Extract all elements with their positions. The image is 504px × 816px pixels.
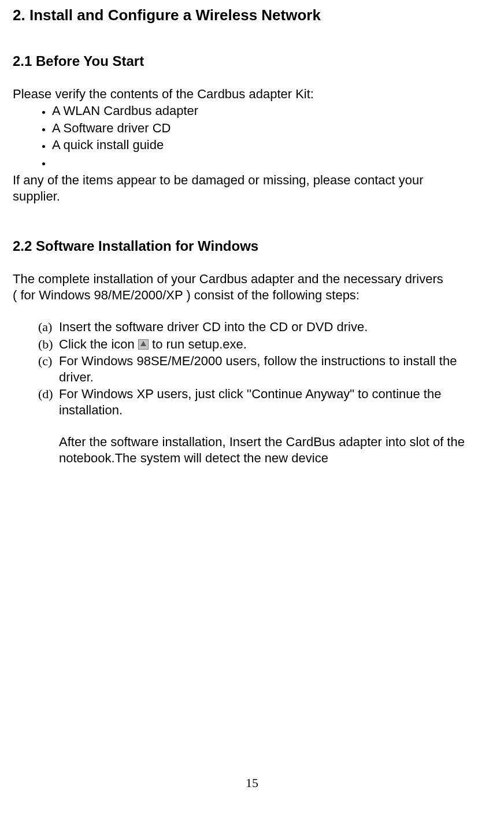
step-label: (d)	[38, 386, 53, 402]
setup-exe-icon	[138, 339, 149, 350]
list-item-empty	[52, 154, 495, 170]
step-label: (a)	[38, 319, 52, 335]
step-text: Click the icon to run setup.exe.	[59, 337, 247, 351]
section-2-1-heading: 2.1 Before You Start	[13, 25, 495, 70]
page-number: 15	[0, 775, 504, 791]
after-install-text: After the software installation, Insert …	[13, 419, 495, 466]
contact-text: If any of the items appear to be damaged…	[13, 171, 495, 204]
list-item: A quick install guide	[52, 137, 495, 153]
chapter-title: 2. Install and Configure a Wireless Netw…	[13, 0, 495, 25]
install-steps: (a) Insert the software driver CD into t…	[13, 303, 495, 418]
install-intro: The complete installation of your Cardbu…	[13, 255, 495, 303]
kit-list: A WLAN Cardbus adapter A Software driver…	[13, 103, 495, 170]
section-2-2-heading: 2.2 Software Installation for Windows	[13, 204, 495, 255]
kit-intro: Please verify the contents of the Cardbu…	[13, 70, 495, 102]
step-text: Insert the software driver CD into the C…	[59, 320, 368, 334]
list-item: A WLAN Cardbus adapter	[52, 103, 495, 119]
list-item: (c) For Windows 98SE/ME/2000 users, foll…	[59, 353, 495, 385]
step-text: For Windows XP users, just click ''Conti…	[59, 387, 441, 417]
step-text: For Windows 98SE/ME/2000 users, follow t…	[59, 354, 457, 384]
step-label: (b)	[38, 336, 53, 353]
step-label: (c)	[38, 353, 52, 369]
list-item: A Software driver CD	[52, 120, 495, 136]
list-item: (b) Click the icon to run setup.exe.	[59, 336, 495, 353]
list-item: (a) Insert the software driver CD into t…	[59, 319, 495, 335]
list-item: (d) For Windows XP users, just click ''C…	[59, 386, 495, 418]
